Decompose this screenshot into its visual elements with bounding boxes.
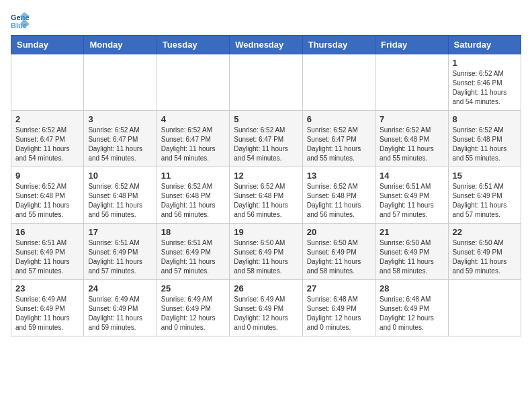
- calendar-cell: 12Sunrise: 6:52 AM Sunset: 6:48 PM Dayli…: [230, 167, 302, 224]
- calendar-cell: 7Sunrise: 6:52 AM Sunset: 6:48 PM Daylig…: [375, 111, 448, 167]
- week-row-4: 16Sunrise: 6:51 AM Sunset: 6:49 PM Dayli…: [11, 224, 521, 280]
- day-info: Sunrise: 6:50 AM Sunset: 6:49 PM Dayligh…: [453, 238, 517, 276]
- calendar-cell: 11Sunrise: 6:52 AM Sunset: 6:48 PM Dayli…: [157, 167, 229, 224]
- calendar-cell: 21Sunrise: 6:50 AM Sunset: 6:49 PM Dayli…: [375, 224, 448, 280]
- day-number: 4: [161, 114, 225, 124]
- day-number: 26: [234, 283, 298, 293]
- day-number: 1: [453, 58, 517, 68]
- day-info: Sunrise: 6:52 AM Sunset: 6:46 PM Dayligh…: [453, 69, 517, 107]
- day-number: 9: [15, 171, 79, 181]
- day-info: Sunrise: 6:52 AM Sunset: 6:48 PM Dayligh…: [15, 182, 79, 220]
- day-info: Sunrise: 6:52 AM Sunset: 6:48 PM Dayligh…: [88, 182, 152, 220]
- day-number: 15: [453, 171, 517, 181]
- day-info: Sunrise: 6:52 AM Sunset: 6:48 PM Dayligh…: [380, 126, 443, 163]
- week-row-5: 23Sunrise: 6:49 AM Sunset: 6:49 PM Dayli…: [11, 280, 521, 336]
- calendar-cell: 6Sunrise: 6:52 AM Sunset: 6:47 PM Daylig…: [302, 111, 375, 167]
- calendar-cell: [157, 54, 229, 111]
- calendar-cell: [302, 54, 375, 111]
- day-number: 23: [15, 283, 79, 293]
- day-info: Sunrise: 6:49 AM Sunset: 6:49 PM Dayligh…: [234, 295, 298, 332]
- logo: General Blue: [11, 11, 32, 30]
- calendar-cell: 8Sunrise: 6:52 AM Sunset: 6:48 PM Daylig…: [448, 111, 521, 167]
- day-info: Sunrise: 6:50 AM Sunset: 6:49 PM Dayligh…: [234, 238, 298, 276]
- calendar-cell: 5Sunrise: 6:52 AM Sunset: 6:47 PM Daylig…: [230, 111, 302, 167]
- day-number: 17: [88, 227, 152, 237]
- calendar-cell: 18Sunrise: 6:51 AM Sunset: 6:49 PM Dayli…: [157, 224, 229, 280]
- day-number: 20: [307, 227, 371, 237]
- calendar-cell: [448, 280, 521, 336]
- calendar-cell: 22Sunrise: 6:50 AM Sunset: 6:49 PM Dayli…: [448, 224, 521, 280]
- day-number: 24: [88, 283, 152, 293]
- calendar-cell: [375, 54, 448, 111]
- day-number: 2: [15, 114, 79, 124]
- calendar-cell: 26Sunrise: 6:49 AM Sunset: 6:49 PM Dayli…: [230, 280, 302, 336]
- day-number: 13: [307, 171, 371, 181]
- day-info: Sunrise: 6:51 AM Sunset: 6:49 PM Dayligh…: [15, 238, 79, 276]
- day-number: 14: [380, 171, 443, 181]
- day-number: 22: [453, 227, 517, 237]
- day-info: Sunrise: 6:52 AM Sunset: 6:48 PM Dayligh…: [161, 182, 225, 220]
- day-info: Sunrise: 6:51 AM Sunset: 6:49 PM Dayligh…: [453, 182, 517, 220]
- week-row-3: 9Sunrise: 6:52 AM Sunset: 6:48 PM Daylig…: [11, 167, 521, 224]
- day-number: 18: [161, 227, 225, 237]
- calendar-cell: 10Sunrise: 6:52 AM Sunset: 6:48 PM Dayli…: [84, 167, 157, 224]
- calendar-cell: 13Sunrise: 6:52 AM Sunset: 6:48 PM Dayli…: [302, 167, 375, 224]
- calendar-cell: 17Sunrise: 6:51 AM Sunset: 6:49 PM Dayli…: [84, 224, 157, 280]
- day-info: Sunrise: 6:52 AM Sunset: 6:47 PM Dayligh…: [88, 126, 152, 163]
- calendar-cell: 27Sunrise: 6:48 AM Sunset: 6:49 PM Dayli…: [302, 280, 375, 336]
- day-info: Sunrise: 6:49 AM Sunset: 6:49 PM Dayligh…: [161, 295, 225, 332]
- day-info: Sunrise: 6:50 AM Sunset: 6:49 PM Dayligh…: [380, 238, 443, 276]
- weekday-header-sunday: Sunday: [11, 36, 84, 54]
- calendar-cell: 19Sunrise: 6:50 AM Sunset: 6:49 PM Dayli…: [230, 224, 302, 280]
- day-info: Sunrise: 6:51 AM Sunset: 6:49 PM Dayligh…: [161, 238, 225, 276]
- weekday-header-thursday: Thursday: [302, 36, 375, 54]
- day-info: Sunrise: 6:52 AM Sunset: 6:48 PM Dayligh…: [453, 126, 517, 163]
- calendar-cell: 23Sunrise: 6:49 AM Sunset: 6:49 PM Dayli…: [11, 280, 84, 336]
- week-row-1: 1Sunrise: 6:52 AM Sunset: 6:46 PM Daylig…: [11, 54, 521, 111]
- week-row-2: 2Sunrise: 6:52 AM Sunset: 6:47 PM Daylig…: [11, 111, 521, 167]
- day-number: 3: [88, 114, 152, 124]
- calendar-cell: 9Sunrise: 6:52 AM Sunset: 6:48 PM Daylig…: [11, 167, 84, 224]
- weekday-header-tuesday: Tuesday: [157, 36, 229, 54]
- weekday-header-wednesday: Wednesday: [230, 36, 302, 54]
- day-number: 10: [88, 171, 152, 181]
- calendar-cell: 16Sunrise: 6:51 AM Sunset: 6:49 PM Dayli…: [11, 224, 84, 280]
- calendar-cell: 3Sunrise: 6:52 AM Sunset: 6:47 PM Daylig…: [84, 111, 157, 167]
- page-header: General Blue: [11, 11, 521, 30]
- day-info: Sunrise: 6:48 AM Sunset: 6:49 PM Dayligh…: [380, 295, 443, 332]
- day-info: Sunrise: 6:50 AM Sunset: 6:49 PM Dayligh…: [307, 238, 371, 276]
- calendar-cell: 25Sunrise: 6:49 AM Sunset: 6:49 PM Dayli…: [157, 280, 229, 336]
- calendar-cell: [11, 54, 84, 111]
- calendar-cell: 24Sunrise: 6:49 AM Sunset: 6:49 PM Dayli…: [84, 280, 157, 336]
- day-info: Sunrise: 6:52 AM Sunset: 6:47 PM Dayligh…: [234, 126, 298, 163]
- logo-icon: General Blue: [11, 11, 30, 30]
- calendar-cell: [230, 54, 302, 111]
- day-info: Sunrise: 6:52 AM Sunset: 6:48 PM Dayligh…: [307, 182, 371, 220]
- weekday-header-monday: Monday: [84, 36, 157, 54]
- day-number: 6: [307, 114, 371, 124]
- day-info: Sunrise: 6:51 AM Sunset: 6:49 PM Dayligh…: [380, 182, 443, 220]
- day-info: Sunrise: 6:52 AM Sunset: 6:47 PM Dayligh…: [15, 126, 79, 163]
- day-info: Sunrise: 6:51 AM Sunset: 6:49 PM Dayligh…: [88, 238, 152, 276]
- day-number: 5: [234, 114, 298, 124]
- day-info: Sunrise: 6:52 AM Sunset: 6:47 PM Dayligh…: [307, 126, 371, 163]
- weekday-header-row: SundayMondayTuesdayWednesdayThursdayFrid…: [11, 36, 521, 54]
- day-number: 21: [380, 227, 443, 237]
- day-number: 25: [161, 283, 225, 293]
- weekday-header-saturday: Saturday: [448, 36, 521, 54]
- day-number: 11: [161, 171, 225, 181]
- calendar-cell: 2Sunrise: 6:52 AM Sunset: 6:47 PM Daylig…: [11, 111, 84, 167]
- calendar-table: SundayMondayTuesdayWednesdayThursdayFrid…: [11, 35, 521, 336]
- day-number: 16: [15, 227, 79, 237]
- calendar-cell: [84, 54, 157, 111]
- day-info: Sunrise: 6:49 AM Sunset: 6:49 PM Dayligh…: [88, 295, 152, 332]
- calendar-cell: 1Sunrise: 6:52 AM Sunset: 6:46 PM Daylig…: [448, 54, 521, 111]
- day-info: Sunrise: 6:52 AM Sunset: 6:48 PM Dayligh…: [234, 182, 298, 220]
- day-number: 19: [234, 227, 298, 237]
- day-number: 28: [380, 283, 443, 293]
- calendar-cell: 28Sunrise: 6:48 AM Sunset: 6:49 PM Dayli…: [375, 280, 448, 336]
- calendar-cell: 15Sunrise: 6:51 AM Sunset: 6:49 PM Dayli…: [448, 167, 521, 224]
- day-number: 7: [380, 114, 443, 124]
- calendar-cell: 20Sunrise: 6:50 AM Sunset: 6:49 PM Dayli…: [302, 224, 375, 280]
- day-number: 8: [453, 114, 517, 124]
